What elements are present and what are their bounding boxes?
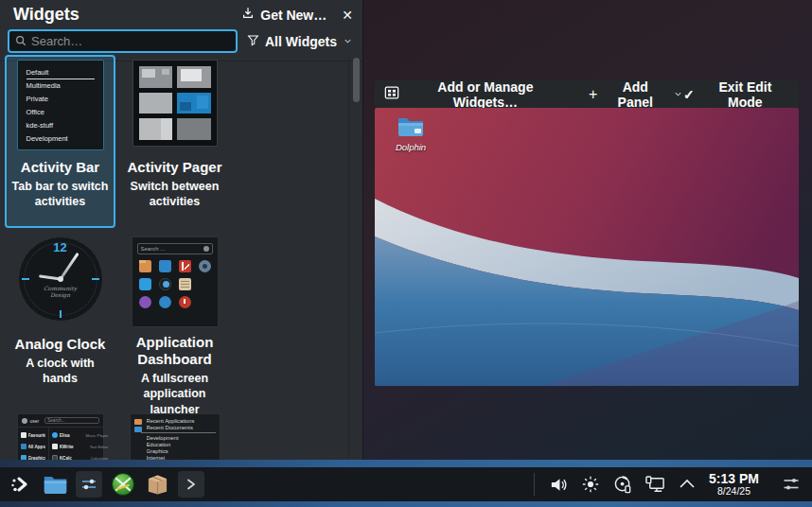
folder-icon: [139, 260, 151, 272]
power-icon: [179, 296, 191, 308]
widget-title: Activity Bar: [21, 159, 99, 176]
volume-icon[interactable]: [546, 472, 571, 497]
system-settings-icon[interactable]: [76, 471, 102, 498]
avatar: [22, 418, 27, 424]
konsole-terminal-icon[interactable]: [178, 471, 204, 498]
desktop-icon-label: Dolphin: [386, 142, 435, 152]
widget-search-field[interactable]: [31, 34, 230, 48]
get-new-widgets-button[interactable]: Get New…: [241, 7, 327, 23]
scrollbar-thumb[interactable]: [353, 58, 360, 102]
widget-description: A clock with hands: [8, 356, 113, 387]
edit-mode-toolbar: Add or Manage Widgets… + Add Panel ✓ Exi…: [375, 80, 799, 108]
search-input[interactable]: [8, 29, 238, 53]
app-icon: [159, 260, 171, 272]
widget-description: Switch between activities: [122, 179, 227, 210]
widget-panel-header: Widgets Get New… ✕: [0, 0, 362, 27]
application-launcher-icon[interactable]: [8, 471, 34, 498]
taskbar: 5:13 PM 8/24/25: [0, 467, 812, 501]
widget-title: Analog Clock: [15, 336, 106, 353]
application-menu-preview: Recent Applications Recent Documents Dev…: [130, 413, 221, 465]
preview-tab: Office: [26, 106, 95, 119]
desktop-icon-dolphin[interactable]: Dolphin: [386, 114, 435, 152]
preview-tab: kde-stuff: [26, 119, 95, 132]
display-configuration-icon[interactable]: [643, 472, 667, 497]
widget-card-activity-pager[interactable]: Activity Pager Switch between activities: [119, 55, 230, 228]
filter-label: All Widgets: [265, 34, 337, 49]
chevron-down-icon: [673, 87, 683, 102]
preview-tab: Private: [26, 93, 95, 106]
analog-clock-preview: 12 Community Design: [18, 236, 103, 329]
plus-icon: +: [589, 86, 597, 103]
preview-tab: Multimedia: [26, 79, 95, 93]
note-icon: [179, 278, 191, 290]
activity-pager-preview: [132, 60, 218, 152]
taskbar-region: 5:13 PM 8/24/25: [0, 460, 812, 507]
preview-user-label: user: [30, 418, 40, 424]
widget-card-analog-clock[interactable]: 12 Community Design Analog Clock A clock…: [5, 232, 115, 405]
close-icon[interactable]: ✕: [342, 8, 353, 23]
widget-title: Activity Pager: [127, 159, 221, 176]
application-launcher-preview: user Search... Favourites All Apps Graph…: [17, 413, 104, 465]
panel-configure-icon[interactable]: [778, 471, 804, 498]
exit-edit-mode-button[interactable]: ✓ Exit Edit Mode: [683, 79, 789, 110]
search-icon: [15, 33, 26, 50]
chevron-down-icon: [343, 34, 353, 49]
widget-card-application-menu[interactable]: Recent Applications Recent Documents Dev…: [119, 409, 230, 465]
desktop-preview[interactable]: Dolphin: [375, 108, 799, 386]
widget-card-grid: Default Multimedia Private Office kde-st…: [5, 55, 344, 465]
widget-card-application-launcher[interactable]: user Search... Favourites All Apps Graph…: [5, 409, 115, 465]
clock-time: 5:13 PM: [709, 472, 759, 486]
desktop-edit-backdrop: Add or Manage Widgets… + Add Panel ✓ Exi…: [363, 0, 812, 465]
clock-numeral: 12: [53, 240, 66, 254]
tray-separator: [534, 473, 535, 496]
page-title: Widgets: [13, 5, 241, 25]
widget-title: Application Dashboard: [122, 334, 227, 368]
download-icon: [241, 7, 255, 23]
dolphin-folder-icon: [397, 114, 425, 137]
kde-plasma-edit-mode-screen: Widgets Get New… ✕ All Widgets: [0, 0, 812, 507]
add-or-manage-widgets-button[interactable]: Add or Manage Widgets…: [384, 79, 565, 110]
manage-widgets-label: Add or Manage Widgets…: [406, 79, 565, 110]
folder-icon: [134, 427, 142, 432]
gear-icon: [199, 260, 211, 272]
disc-and-devices-icon[interactable]: [610, 472, 635, 497]
widget-list-scrollbar[interactable]: [348, 54, 362, 465]
chevron-up-expand-tray-icon[interactable]: [675, 472, 699, 497]
widget-card-activity-bar[interactable]: Default Multimedia Private Office kde-st…: [5, 55, 115, 228]
preview-tab: Default: [26, 66, 95, 79]
preview-search-placeholder: Search...: [44, 417, 98, 424]
filter-dropdown[interactable]: All Widgets: [247, 34, 353, 49]
widget-description: Tab bar to switch activities: [8, 179, 113, 210]
preview-search-placeholder: Search ...: [141, 246, 166, 252]
digital-clock[interactable]: 5:13 PM 8/24/25: [709, 472, 759, 498]
brightness-icon[interactable]: [578, 472, 603, 497]
preview-tab: Development: [26, 132, 95, 146]
add-panel-label: Add Panel: [604, 79, 666, 110]
exit-edit-mode-label: Exit Edit Mode: [701, 79, 789, 110]
chat-icon: [139, 278, 151, 290]
activity-bar-preview: Default Multimedia Private Office kde-st…: [17, 60, 104, 152]
clock-date: 8/24/25: [709, 486, 759, 498]
package-box-app-icon[interactable]: [144, 471, 170, 498]
toggle-icon: [159, 278, 171, 290]
funnel-icon: [247, 34, 259, 49]
green-utility-app-icon[interactable]: [110, 471, 136, 498]
widget-card-application-dashboard[interactable]: Search ...: [119, 232, 230, 400]
clear-icon: [203, 246, 209, 252]
check-icon: ✓: [683, 87, 695, 102]
add-panel-button[interactable]: + Add Panel: [589, 79, 683, 110]
app-icon: [179, 260, 191, 272]
application-dashboard-preview: Search ...: [132, 236, 219, 327]
get-new-label: Get New…: [260, 8, 327, 23]
app-icon: [139, 296, 151, 308]
wallpaper: [375, 108, 799, 386]
widget-explorer-panel: Widgets Get New… ✕ All Widgets: [0, 0, 363, 465]
dolphin-file-manager-icon[interactable]: [42, 471, 68, 498]
clock-brand-text: Community Design: [19, 285, 102, 298]
folder-icon: [134, 419, 142, 425]
widgets-grid-icon: [384, 85, 399, 103]
app-icon: [159, 296, 171, 308]
